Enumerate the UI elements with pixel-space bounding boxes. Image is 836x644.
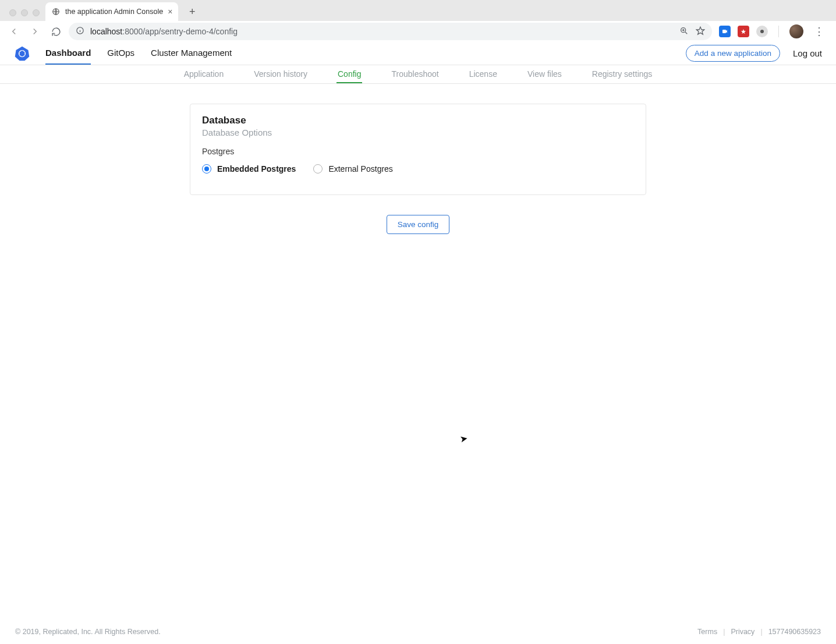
tab-version-history[interactable]: Version history — [253, 65, 309, 83]
card-title: Database — [202, 115, 634, 126]
svg-point-10 — [760, 30, 764, 33]
footer-build-number: 1577490635923 — [768, 628, 821, 636]
footer-copyright: © 2019, Replicated, Inc. All Rights Rese… — [15, 628, 161, 636]
toolbar-separator — [778, 26, 779, 37]
field-label-postgres: Postgres — [202, 147, 634, 156]
browser-chrome: the application Admin Console × + localh… — [0, 0, 836, 42]
close-window-icon[interactable] — [9, 9, 16, 16]
site-info-icon[interactable] — [76, 26, 84, 37]
extension-icon-red[interactable]: ★ — [738, 26, 749, 37]
nav-dashboard[interactable]: Dashboard — [45, 42, 91, 65]
tab-application[interactable]: Application — [183, 65, 225, 83]
back-button[interactable] — [6, 23, 22, 40]
tab-title: the application Admin Console — [65, 8, 163, 16]
radio-icon — [313, 164, 323, 174]
footer: © 2019, Replicated, Inc. All Rights Rese… — [0, 628, 836, 636]
nav-gitops[interactable]: GitOps — [107, 42, 134, 65]
window-controls — [5, 9, 45, 21]
radio-group-postgres: Embedded Postgres External Postgres — [202, 164, 634, 174]
tab-troubleshoot[interactable]: Troubleshoot — [390, 65, 440, 83]
url-text: localhost:8000/app/sentry-demo-4/config — [90, 27, 238, 36]
svg-marker-8 — [696, 27, 704, 34]
nav-cluster-management[interactable]: Cluster Management — [151, 42, 232, 65]
maximize-window-icon[interactable] — [33, 9, 40, 16]
primary-nav: Dashboard GitOps Cluster Management — [45, 42, 232, 65]
close-tab-icon[interactable]: × — [168, 7, 172, 16]
logout-link[interactable]: Log out — [793, 48, 822, 58]
mouse-cursor-icon: ➤ — [459, 433, 468, 445]
tab-view-files[interactable]: View files — [526, 65, 563, 83]
kubernetes-logo-icon — [14, 45, 30, 62]
browser-toolbar: localhost:8000/app/sentry-demo-4/config … — [0, 21, 836, 42]
extension-icon-zoom[interactable] — [719, 26, 731, 37]
radio-label: External Postgres — [328, 164, 393, 174]
content: Database Database Options Postgres Embed… — [0, 84, 836, 234]
browser-tab[interactable]: the application Admin Console × — [45, 2, 178, 21]
radio-icon — [202, 164, 211, 174]
footer-separator: | — [760, 628, 762, 636]
radio-label: Embedded Postgres — [217, 164, 296, 174]
footer-separator: | — [723, 628, 725, 636]
extension-icon-grey[interactable] — [756, 26, 768, 37]
bookmark-star-icon[interactable] — [696, 26, 705, 37]
save-config-button[interactable]: Save config — [387, 215, 450, 234]
extension-icons: ★ ⋮ — [717, 24, 830, 38]
svg-line-5 — [685, 32, 687, 34]
new-tab-button[interactable]: + — [184, 3, 200, 20]
address-bar[interactable]: localhost:8000/app/sentry-demo-4/config — [69, 23, 712, 40]
forward-button[interactable] — [27, 23, 43, 40]
footer-privacy-link[interactable]: Privacy — [731, 628, 754, 636]
sub-tabs: Application Version history Config Troub… — [0, 65, 836, 84]
card-subtitle: Database Options — [202, 128, 634, 137]
radio-external-postgres[interactable]: External Postgres — [313, 164, 393, 174]
config-card-database: Database Database Options Postgres Embed… — [190, 104, 646, 195]
minimize-window-icon[interactable] — [21, 9, 28, 16]
zoom-icon[interactable] — [679, 26, 689, 37]
tab-strip: the application Admin Console × + — [0, 0, 836, 21]
profile-avatar[interactable] — [789, 24, 803, 38]
tab-registry-settings[interactable]: Registry settings — [591, 65, 653, 83]
radio-embedded-postgres[interactable]: Embedded Postgres — [202, 164, 296, 174]
tab-license[interactable]: License — [468, 65, 498, 83]
browser-menu-icon[interactable]: ⋮ — [810, 25, 828, 38]
add-application-button[interactable]: Add a new application — [686, 45, 780, 62]
footer-terms-link[interactable]: Terms — [697, 628, 717, 636]
globe-icon — [51, 7, 61, 16]
reload-button[interactable] — [48, 23, 64, 40]
app-header: Dashboard GitOps Cluster Management Add … — [0, 42, 836, 65]
svg-rect-9 — [722, 30, 726, 33]
tab-config[interactable]: Config — [336, 65, 362, 83]
